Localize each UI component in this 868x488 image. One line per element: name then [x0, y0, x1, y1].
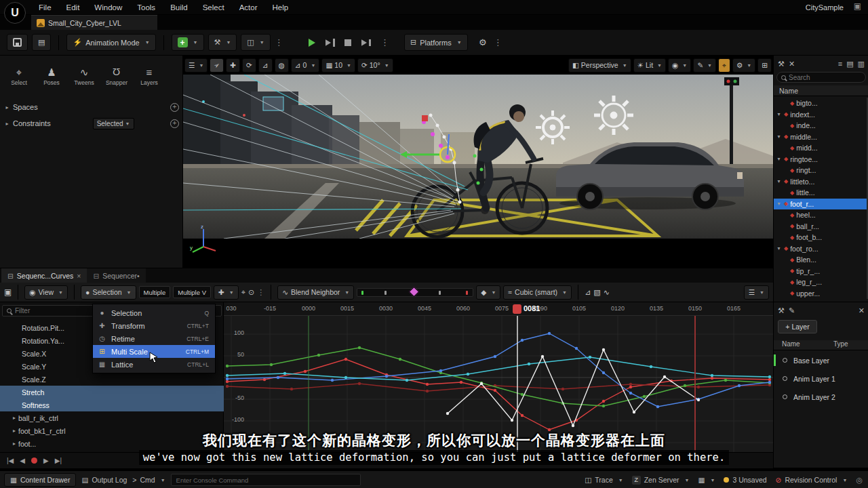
- close-icon[interactable]: ×: [77, 272, 81, 280]
- surface-snap-dropdown[interactable]: ⊿ 0▼: [291, 58, 320, 73]
- curve-tree-row[interactable]: Softness: [0, 399, 224, 411]
- save-icon[interactable]: ▣: [4, 287, 12, 297]
- tool-select[interactable]: ⌖Select: [4, 61, 34, 92]
- unsaved-indicator[interactable]: 3 Unsaved: [724, 476, 766, 484]
- anim-layer-row[interactable]: Anim Layer 1: [774, 369, 868, 388]
- rotate-tool-button[interactable]: ⟳: [242, 58, 256, 73]
- revision-control-dropdown[interactable]: ⊘ Revision Control▼: [776, 476, 848, 484]
- playhead-marker[interactable]: [513, 304, 521, 314]
- curve-editor-menu-dropdown[interactable]: ☰▼: [744, 285, 769, 300]
- outliner-list-icon[interactable]: ≡: [838, 60, 842, 68]
- viewport-settings-dropdown[interactable]: ⚙▼: [732, 58, 755, 73]
- brush-dropdown[interactable]: ✎▼: [693, 58, 716, 73]
- gear-gizmo-large[interactable]: [594, 96, 633, 135]
- view-mode-dropdown[interactable]: ☀ Lit▼: [633, 58, 666, 73]
- show-flags-dropdown[interactable]: ◉▼: [668, 58, 691, 73]
- cinematics-dropdown[interactable]: ◫▼: [241, 34, 270, 51]
- outliner-search-input[interactable]: Search: [776, 72, 866, 83]
- rotation-snap-dropdown[interactable]: ⟳ 10°▼: [357, 58, 393, 73]
- flatten-icon[interactable]: ⊿: [585, 288, 591, 297]
- platforms-dropdown[interactable]: ⊟ Platforms▼: [404, 34, 468, 51]
- normalize-icon[interactable]: ▧: [593, 288, 600, 297]
- context-menu-item-transform[interactable]: ✚TransformCTRL+T: [93, 319, 215, 332]
- spaces-section[interactable]: ▸ Spaces +: [0, 100, 183, 114]
- play-button[interactable]: [309, 39, 315, 47]
- outliner-row[interactable]: ◆inde...: [774, 120, 867, 131]
- menu-item-build[interactable]: Build: [163, 0, 195, 15]
- scrubber-handle[interactable]: [409, 286, 420, 297]
- outliner-row[interactable]: ◆bigto...: [774, 98, 867, 109]
- layout-grid-dropdown[interactable]: ▦▼: [698, 476, 715, 484]
- snap-icon[interactable]: ⊙: [248, 288, 254, 297]
- content-drawer-button[interactable]: ▦ Content Drawer: [4, 473, 76, 487]
- view-dropdown[interactable]: ◉ View▼: [24, 285, 68, 300]
- world-coordinate-button[interactable]: ◍: [275, 58, 289, 73]
- curve-tree-row[interactable]: Stretch: [0, 386, 224, 399]
- pivot-icon[interactable]: ⌖: [241, 288, 245, 297]
- tab-sequencer[interactable]: ⊟ Sequencer•: [87, 268, 145, 283]
- stop-button[interactable]: [344, 39, 351, 46]
- settings-overflow-icon[interactable]: ⋮: [494, 37, 502, 47]
- edit-layer-icon[interactable]: ✎: [789, 306, 795, 315]
- blend-neighbor-dropdown[interactable]: ∿ Blend Neighbor▼: [277, 285, 354, 300]
- tool-poses[interactable]: ♟Poses: [37, 61, 66, 92]
- outliner-row[interactable]: ▾◆middle...: [774, 131, 867, 143]
- menu-item-edit[interactable]: Edit: [59, 0, 87, 15]
- outliner-row[interactable]: ◆leg_r_...: [774, 277, 867, 288]
- menu-item-help[interactable]: Help: [265, 0, 296, 15]
- tool-layers[interactable]: ≡Layers: [134, 61, 164, 92]
- outliner-row[interactable]: ▾◆littleto...: [774, 176, 867, 188]
- layer-radio-icon[interactable]: [783, 358, 787, 363]
- output-log-button[interactable]: ▤ Output Log: [81, 476, 127, 484]
- level-tab[interactable]: Small_City_Cyber_LVL: [31, 15, 157, 30]
- toolbar-dots-icon[interactable]: ⋮: [257, 288, 264, 297]
- timeline-scrubber[interactable]: [357, 288, 473, 297]
- menu-item-tools[interactable]: Tools: [130, 0, 163, 15]
- tool-snapper[interactable]: ΩSnapper: [102, 61, 132, 92]
- constraints-section[interactable]: ▸ Constraints Selected▼ +: [0, 117, 183, 130]
- outliner-row[interactable]: ◆ball_r...: [774, 221, 867, 232]
- menu-item-select[interactable]: Select: [195, 0, 232, 15]
- tool-tweens[interactable]: ∿Tweens: [69, 61, 99, 92]
- outliner-row[interactable]: ▾◆foot_r...: [774, 199, 867, 210]
- save-button[interactable]: [7, 34, 28, 51]
- key-value-field[interactable]: Multiple V: [173, 286, 211, 298]
- menu-item-actor[interactable]: Actor: [232, 0, 265, 15]
- curve-graph-area[interactable]: 030-015000000150030004500600075009001050…: [224, 302, 773, 452]
- window-layout-icon[interactable]: ▣: [854, 1, 861, 11]
- outliner-settings-icon[interactable]: ⚒: [778, 60, 785, 68]
- add-layer-button[interactable]: + Layer: [778, 320, 817, 333]
- outliner-row[interactable]: ◆Blen...: [774, 254, 867, 266]
- anim-layer-row[interactable]: Base Layer: [774, 351, 868, 369]
- tab-sequencer-curves[interactable]: ⊟ Sequenc...Curves ×: [1, 268, 87, 283]
- outliner-row[interactable]: ▾◆ringtoe...: [774, 154, 867, 165]
- maximize-viewport-icon[interactable]: ⊞: [757, 58, 772, 73]
- blueprints-dropdown[interactable]: ⚒▼: [208, 34, 237, 51]
- layer-radio-icon[interactable]: [783, 394, 787, 399]
- editor-mode-dropdown[interactable]: ⚡ Animation Mode▼: [66, 34, 155, 51]
- content-browser-button[interactable]: ▤: [32, 34, 51, 51]
- console-command-input[interactable]: Enter Console Command: [171, 474, 361, 486]
- scale-tool-button[interactable]: ⊿: [258, 58, 273, 73]
- skip-end-button[interactable]: [361, 39, 371, 47]
- outliner-row[interactable]: ◆midd...: [774, 142, 867, 154]
- trace-dropdown[interactable]: ◫ Trace▼: [585, 476, 623, 484]
- viewport-options-dropdown[interactable]: ☰▼: [184, 58, 208, 73]
- menu-item-window[interactable]: Window: [87, 0, 130, 15]
- add-content-dropdown[interactable]: +▼: [172, 34, 204, 51]
- context-menu-item-selection[interactable]: ●SelectionQ: [93, 306, 215, 319]
- gear-gizmo-small[interactable]: [536, 110, 570, 144]
- selection-tool-dropdown[interactable]: ● Selection▼: [81, 285, 136, 300]
- close-icon[interactable]: ✕: [859, 306, 865, 315]
- add-constraint-icon[interactable]: +: [170, 119, 179, 128]
- frame-step-button[interactable]: [325, 39, 335, 47]
- outliner-stack-icon[interactable]: ▤: [846, 60, 853, 68]
- outliner-row[interactable]: ◆ringt...: [774, 165, 867, 176]
- settings-gear-icon[interactable]: ⚙: [479, 37, 487, 47]
- anim-layer-row[interactable]: Anim Layer 2: [774, 388, 868, 406]
- perspective-dropdown[interactable]: ◧ Perspective▼: [568, 58, 631, 73]
- outliner-pin-icon[interactable]: ▥: [858, 60, 865, 68]
- anim-mode-active-icon[interactable]: ⌖: [718, 58, 730, 73]
- viewport[interactable]: ☰▼ ➢ ✚ ⟳ ⊿ ◍ ⊿ 0▼ ▦ 10▼ ⟳ 10°▼ ◧ Perspec…: [183, 56, 773, 268]
- add-space-icon[interactable]: +: [170, 103, 179, 112]
